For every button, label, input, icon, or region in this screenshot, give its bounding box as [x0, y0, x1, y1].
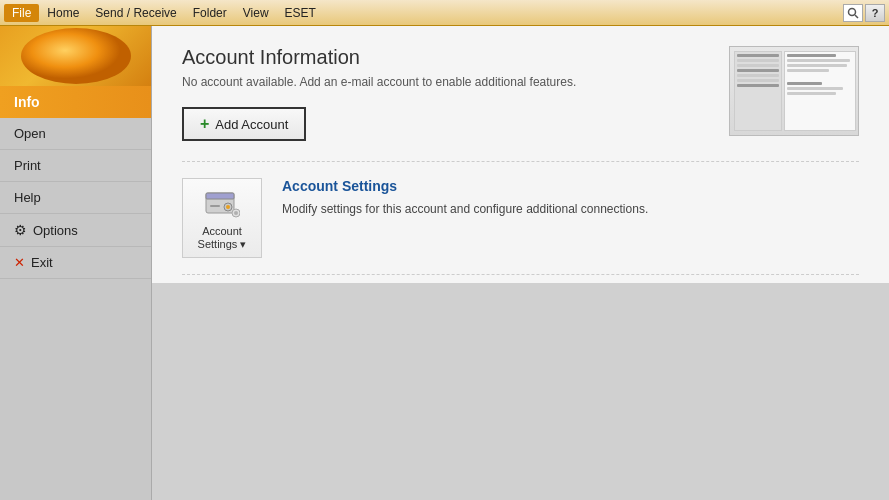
menu-home[interactable]: Home [39, 4, 87, 22]
outlook-logo [16, 26, 136, 86]
preview-inner [730, 47, 858, 135]
add-account-label: Add Account [215, 117, 288, 132]
sidebar-item-help[interactable]: Help [0, 182, 151, 214]
mailbox-cleanup-section: CleanupTools ▾ Mailbox Cleanup Manage th… [182, 274, 859, 283]
menu-file[interactable]: File [4, 4, 39, 22]
account-settings-icon [204, 185, 240, 221]
menu-search-area: ? [843, 4, 885, 22]
sidebar-item-open[interactable]: Open [0, 118, 151, 150]
sidebar-item-info[interactable]: Info [0, 86, 151, 118]
account-settings-section: Account Settings ▾ Account Settings Modi… [182, 161, 859, 274]
help-button[interactable]: ? [865, 4, 885, 22]
svg-point-6 [226, 205, 230, 209]
plus-icon: + [200, 115, 209, 133]
svg-rect-4 [206, 193, 234, 199]
account-settings-title: Account Settings [282, 178, 648, 194]
menu-eset[interactable]: ESET [277, 4, 324, 22]
svg-point-2 [21, 28, 131, 84]
content-bottom-area [152, 283, 889, 500]
main-layout: Info Open Print Help ⚙ Options ✕ Exit Ac… [0, 26, 889, 500]
svg-rect-7 [210, 205, 220, 207]
sidebar-item-print[interactable]: Print [0, 150, 151, 182]
sidebar-item-exit[interactable]: ✕ Exit [0, 247, 151, 279]
options-label: Options [33, 223, 78, 238]
svg-point-9 [234, 211, 238, 215]
svg-point-0 [849, 8, 856, 15]
page-title: Account Information [182, 46, 729, 69]
account-settings-text: Account Settings Modify settings for thi… [282, 178, 648, 218]
search-icon [847, 7, 859, 19]
account-settings-icon-box[interactable]: Account Settings ▾ [182, 178, 262, 258]
menu-view[interactable]: View [235, 4, 277, 22]
menu-folder[interactable]: Folder [185, 4, 235, 22]
account-settings-desc: Modify settings for this account and con… [282, 200, 648, 218]
main-content: Account Information No account available… [152, 26, 889, 283]
svg-line-1 [855, 15, 858, 18]
page-subtitle: No account available. Add an e-mail acco… [182, 75, 729, 89]
content-area: Account Information No account available… [152, 26, 889, 500]
menu-send-receive[interactable]: Send / Receive [87, 4, 184, 22]
sidebar-logo [0, 26, 151, 86]
search-icon-button[interactable] [843, 4, 863, 22]
menu-bar: File Home Send / Receive Folder View ESE… [0, 0, 889, 26]
options-icon: ⚙ [14, 222, 27, 238]
preview-thumbnail [729, 46, 859, 136]
exit-label: Exit [31, 255, 53, 270]
add-account-button[interactable]: + Add Account [182, 107, 306, 141]
account-settings-icon-label: Account Settings ▾ [183, 225, 261, 251]
exit-icon: ✕ [14, 255, 25, 270]
sidebar-item-options[interactable]: ⚙ Options [0, 214, 151, 247]
sidebar: Info Open Print Help ⚙ Options ✕ Exit [0, 26, 152, 500]
